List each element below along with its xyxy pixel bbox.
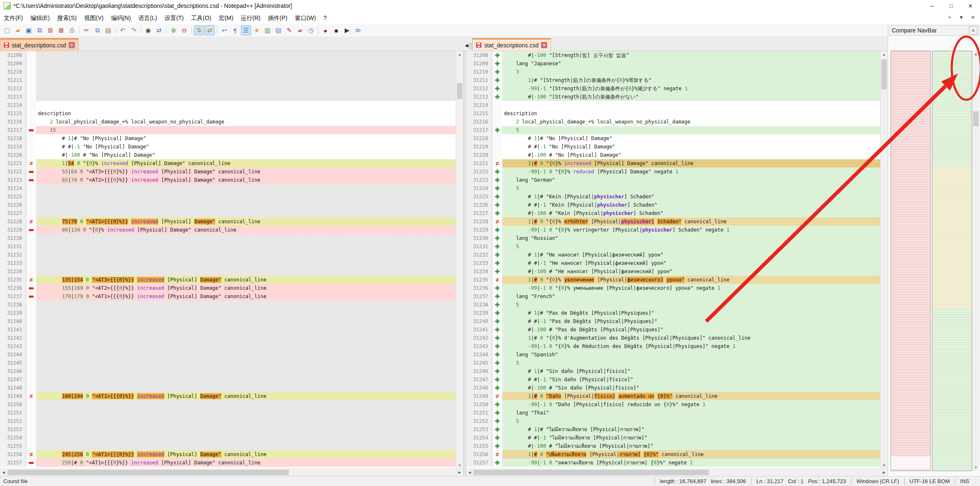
scrollbar-thumb[interactable] <box>881 59 887 89</box>
menu-4[interactable]: 编码(N) <box>107 12 134 24</box>
line-number[interactable]: 31247 <box>466 375 492 384</box>
code-line[interactable] <box>36 334 463 342</box>
code-line[interactable]: lang "Thai" <box>502 409 888 417</box>
code-line[interactable] <box>36 259 463 267</box>
tab-close-icon[interactable]: ✕ <box>69 42 75 48</box>
line-number[interactable]: 31218 <box>466 134 492 143</box>
code-line[interactable] <box>36 267 463 276</box>
code-line[interactable] <box>36 350 463 359</box>
code-line[interactable]: # 1|# "No [Physical] Damage" <box>36 134 463 143</box>
line-number[interactable]: 31250 <box>0 400 26 409</box>
code-line[interactable]: lang "Spanish" <box>502 350 888 359</box>
line-number[interactable]: 31249 <box>0 392 26 400</box>
code-line[interactable]: 155|169 0 "<AT2>{{{0}%}} increased [Phys… <box>36 284 463 292</box>
menu-3[interactable]: 视图(V) <box>80 12 107 24</box>
minimize-button[interactable]: ─ <box>923 0 942 12</box>
line-number[interactable]: 31234 <box>0 267 26 276</box>
code-line[interactable]: # #|-1 "Sin daño [Physical|físico]" <box>502 375 888 384</box>
menu-0[interactable]: 文件(F) <box>0 12 27 24</box>
left-vertical-scrollbar[interactable]: ▲ ▼ <box>456 51 463 469</box>
line-number[interactable]: 31213 <box>0 93 26 101</box>
code-line[interactable] <box>36 384 463 392</box>
menu-7[interactable]: 工具(O) <box>187 12 215 24</box>
compare-navbar-header[interactable]: Compare NavBar ✕ <box>889 25 979 36</box>
line-number[interactable]: 31219 <box>0 143 26 151</box>
line-number[interactable]: 31230 <box>0 234 26 242</box>
code-line[interactable]: 245|258 0 "<AT1>{{{0}%}} increased [Phys… <box>36 450 463 459</box>
code-line[interactable]: #|-100 # "Kein [Physical|physischer] Sch… <box>502 209 888 217</box>
status-insert-mode[interactable]: INS <box>955 478 974 485</box>
line-number[interactable]: 31245 <box>466 359 492 367</box>
doc-map-icon[interactable]: ▥ <box>263 25 273 35</box>
line-number[interactable]: 31217 <box>0 126 26 134</box>
code-line[interactable]: # #|-1 "No [Physical] Damage" <box>502 143 888 151</box>
code-line[interactable] <box>36 68 463 76</box>
line-number[interactable]: 31236 <box>466 284 492 292</box>
code-line[interactable]: 3 <box>502 68 888 76</box>
code-line[interactable]: # 1|# "Sin daño [Physical|físico]" <box>502 367 888 375</box>
code-line[interactable]: #|-100 # "ไม่มีความเสียหาย [Physical|กาย… <box>502 442 888 450</box>
line-number[interactable]: 31256 <box>466 450 492 459</box>
line-number[interactable]: 31247 <box>0 375 26 384</box>
line-number[interactable]: 31239 <box>466 309 492 317</box>
line-number[interactable]: 31245 <box>0 359 26 367</box>
line-number[interactable]: 31249 <box>466 392 492 400</box>
find-icon[interactable]: ◉ <box>143 25 153 35</box>
macro-stop-icon[interactable]: ■ <box>331 25 341 35</box>
code-line[interactable]: -99|-1 0 "{0}% reduced [Physical] Damage… <box>502 168 888 176</box>
code-line[interactable] <box>36 51 463 59</box>
new-tab-button[interactable]: + <box>945 13 954 22</box>
code-line[interactable]: # #|-1 "Kein [Physical|physischer] Schad… <box>502 201 888 209</box>
code-line[interactable]: #|-100 # "Не наносит [Physical|физически… <box>502 267 888 276</box>
line-number[interactable]: 31246 <box>466 367 492 375</box>
line-number[interactable]: 31248 <box>466 384 492 392</box>
code-line[interactable]: 5 <box>502 417 888 425</box>
code-line[interactable] <box>36 442 463 450</box>
scroll-up-icon[interactable]: ▲ <box>881 51 888 58</box>
line-number[interactable]: 31244 <box>0 350 26 359</box>
macro-play-icon[interactable]: ▶ <box>342 25 352 35</box>
code-line[interactable] <box>36 309 463 317</box>
line-number[interactable]: 31210 <box>0 68 26 76</box>
scrollbar-thumb[interactable] <box>973 111 979 126</box>
line-number[interactable]: 31226 <box>0 201 26 209</box>
code-line[interactable]: #|-100 # "Sin daño [Physical|físico]" <box>502 384 888 392</box>
code-line[interactable]: # #|-1 "ไม่มีความเสียหาย [Physical|กายภา… <box>502 434 888 442</box>
line-number[interactable]: 31251 <box>466 409 492 417</box>
line-number[interactable]: 31230 <box>466 234 492 242</box>
code-line[interactable] <box>36 317 463 326</box>
code-line[interactable] <box>36 375 463 384</box>
scrollbar-thumb[interactable] <box>474 470 709 475</box>
doc-list-icon[interactable]: ▤ <box>273 25 283 35</box>
code-line[interactable]: -99|-1 0 "Daño [Physical|físico] reducid… <box>502 400 888 409</box>
line-number[interactable]: 31209 <box>466 59 492 68</box>
line-number[interactable]: 31232 <box>466 251 492 259</box>
line-number[interactable]: 31214 <box>0 101 26 109</box>
menu-1[interactable]: 编辑(E) <box>27 12 54 24</box>
code-line[interactable]: lang "German" <box>502 176 888 184</box>
line-number[interactable]: 31255 <box>0 442 26 450</box>
menu-2[interactable]: 搜索(S) <box>54 12 81 24</box>
line-number[interactable]: 31214 <box>466 101 492 109</box>
menu-6[interactable]: 设置(T) <box>161 12 187 24</box>
maximize-button[interactable]: □ <box>942 0 961 12</box>
code-line[interactable]: 5 <box>502 184 888 192</box>
left-horizontal-scrollbar[interactable]: ◀ ▶ <box>0 469 463 476</box>
line-number[interactable]: 31218 <box>0 134 26 143</box>
code-line[interactable]: #|-100 # "Pas de Dégâts [Physical|Physiq… <box>502 326 888 334</box>
replace-icon[interactable]: ⇄ <box>154 25 164 35</box>
code-line[interactable]: 2 local_physical_damage_+% local_weapon_… <box>36 118 463 126</box>
code-line[interactable] <box>36 192 463 201</box>
code-line[interactable]: # #|-1 "No [Physical] Damage" <box>36 143 463 151</box>
code-line[interactable]: description <box>502 109 888 118</box>
cut-icon[interactable]: ✂ <box>82 25 92 35</box>
pane-collapse-arrow-icon[interactable]: ◀ <box>465 43 468 48</box>
line-number[interactable]: 31246 <box>0 367 26 375</box>
line-number[interactable]: 31242 <box>0 334 26 342</box>
paste-icon[interactable]: ▤ <box>103 25 113 35</box>
navbar-close-icon[interactable]: ✕ <box>969 26 978 35</box>
line-number[interactable]: 31233 <box>0 259 26 267</box>
code-line[interactable] <box>36 409 463 417</box>
code-line[interactable]: # 1|# "Pas de Dégâts [Physical|Physiques… <box>502 309 888 317</box>
line-number[interactable]: 31213 <box>466 93 492 101</box>
